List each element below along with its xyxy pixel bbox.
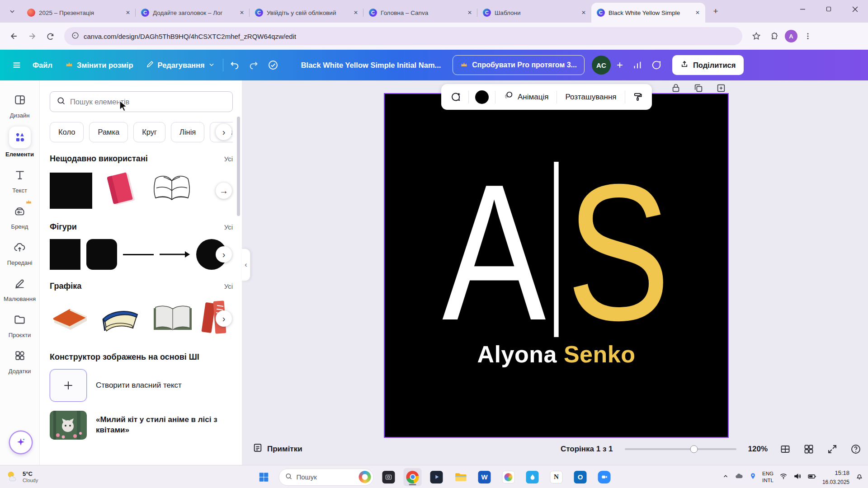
shapes-see-all-link[interactable]: Усі bbox=[224, 223, 233, 231]
browser-menu-icon[interactable] bbox=[800, 28, 816, 44]
browser-tab-templates[interactable]: C Шаблони ✕ bbox=[477, 4, 591, 21]
background-color-swatch[interactable] bbox=[472, 88, 492, 106]
graphics-see-all-link[interactable]: Усі bbox=[224, 282, 233, 290]
try-pro-button[interactable]: Спробувати Pro протягом 3... bbox=[453, 55, 585, 75]
chip-frame[interactable]: Рамка bbox=[89, 122, 128, 142]
element-search[interactable] bbox=[50, 91, 233, 112]
sidebar-item-apps[interactable]: Додатки bbox=[1, 346, 39, 375]
battery-icon[interactable] bbox=[807, 472, 816, 483]
window-close-button[interactable] bbox=[842, 0, 868, 18]
taskbar-app-paint3d-icon[interactable] bbox=[524, 468, 542, 486]
chip-circle[interactable]: Коло bbox=[50, 122, 84, 142]
lock-page-icon[interactable] bbox=[670, 82, 682, 94]
browser-tab-presentation[interactable]: 2025 – Презентація ✕ bbox=[22, 4, 136, 21]
logo-letter-s[interactable]: S bbox=[566, 155, 670, 349]
recent-see-all-link[interactable]: Усі bbox=[224, 155, 233, 163]
canva-assistant-button[interactable] bbox=[10, 432, 32, 453]
position-button[interactable]: Розташування bbox=[560, 88, 622, 106]
logo-divider-bar[interactable] bbox=[554, 162, 558, 337]
extensions-icon[interactable] bbox=[767, 28, 782, 44]
main-menu-icon[interactable] bbox=[7, 55, 26, 75]
taskbar-app-chrome-icon[interactable] bbox=[404, 468, 422, 486]
browser-tab-active-design[interactable]: C Black White Yellow Simple ✕ bbox=[591, 3, 705, 23]
reload-icon[interactable] bbox=[42, 28, 58, 44]
graphics-scroll-right-icon[interactable]: › bbox=[216, 310, 232, 327]
panel-scrollbar[interactable] bbox=[237, 117, 240, 216]
zoom-slider-knob[interactable] bbox=[690, 446, 698, 453]
back-icon[interactable] bbox=[6, 28, 22, 44]
user-avatar[interactable]: AC bbox=[592, 56, 611, 75]
sidebar-item-uploads[interactable]: Передані bbox=[1, 238, 39, 266]
search-highlights-icon[interactable] bbox=[359, 471, 371, 483]
taskbar-app-media-icon[interactable] bbox=[428, 468, 446, 486]
create-own-text-tile[interactable] bbox=[50, 369, 87, 402]
redo-icon[interactable] bbox=[244, 55, 263, 75]
search-input[interactable] bbox=[70, 98, 226, 106]
graphic-orange-book[interactable] bbox=[50, 298, 91, 339]
taskbar-app-paint-icon[interactable] bbox=[500, 468, 518, 486]
design-page[interactable]: A S Alyona Senko bbox=[385, 94, 728, 437]
taskbar-weather-widget[interactable]: 5°C Cloudy bbox=[5, 465, 38, 488]
bookmark-star-icon[interactable] bbox=[749, 28, 764, 44]
taskbar-app-file-explorer-icon[interactable] bbox=[452, 468, 470, 486]
shape-square[interactable] bbox=[50, 239, 80, 270]
editing-mode-menu[interactable]: Редагування bbox=[140, 55, 221, 75]
browser-tab-home[interactable]: C Головна – Canva ✕ bbox=[363, 4, 477, 21]
fullscreen-icon[interactable] bbox=[826, 443, 838, 455]
share-button[interactable]: Поділитися bbox=[672, 55, 744, 75]
start-button[interactable] bbox=[255, 468, 273, 486]
animate-button[interactable]: Анімація bbox=[498, 88, 554, 106]
taskbar-app-word-icon[interactable]: W bbox=[476, 468, 494, 486]
graphic-open-book[interactable] bbox=[150, 298, 195, 339]
saved-cloud-icon[interactable] bbox=[263, 55, 283, 75]
taskbar-clock[interactable]: 15:18 16.03.2025 bbox=[822, 468, 849, 486]
wifi-icon[interactable] bbox=[779, 472, 788, 482]
notifications-bell-icon[interactable] bbox=[855, 472, 863, 482]
undo-icon[interactable] bbox=[225, 55, 244, 75]
browser-profile-avatar[interactable]: A bbox=[785, 30, 797, 42]
browser-tab-login[interactable]: C Увійдіть у свій обліковий ✕ bbox=[250, 4, 363, 21]
file-menu[interactable]: Файл bbox=[26, 55, 59, 75]
insights-icon[interactable] bbox=[628, 55, 647, 75]
invite-member-icon[interactable] bbox=[612, 55, 628, 75]
browser-tab-logo[interactable]: C Додайте заголовок – Лог ✕ bbox=[136, 4, 250, 21]
language-indicator[interactable]: ENGINTL bbox=[762, 470, 774, 483]
graphic-blue-book[interactable] bbox=[97, 298, 145, 339]
site-info-icon[interactable] bbox=[71, 32, 79, 41]
window-maximize-button[interactable] bbox=[816, 0, 842, 18]
chip-line[interactable]: Лінія bbox=[171, 122, 204, 142]
taskbar-search-box[interactable]: Пошук bbox=[279, 469, 374, 486]
recent-open-book[interactable] bbox=[150, 172, 193, 210]
add-page-icon[interactable] bbox=[715, 82, 727, 94]
tray-chevron-up-icon[interactable] bbox=[722, 473, 729, 481]
shape-line[interactable] bbox=[123, 239, 154, 270]
tray-onedrive-icon[interactable] bbox=[735, 472, 744, 483]
chip-round[interactable]: Круг bbox=[133, 122, 165, 142]
ai-cat-thumbnail[interactable] bbox=[50, 411, 87, 440]
page-indicator[interactable]: Сторінка 1 з 1 bbox=[561, 445, 613, 454]
taskbar-app-zoom-icon[interactable] bbox=[595, 468, 613, 486]
sidebar-item-projects[interactable]: Проєкти bbox=[1, 310, 39, 338]
new-tab-button[interactable]: + bbox=[709, 5, 722, 18]
grid-view-icon[interactable] bbox=[779, 443, 791, 455]
logo-letter-a[interactable]: A bbox=[442, 155, 546, 349]
shape-arrow[interactable] bbox=[160, 239, 190, 270]
add-comment-icon[interactable] bbox=[446, 88, 466, 106]
tab-search-icon[interactable] bbox=[5, 5, 19, 18]
shapes-scroll-right-icon[interactable]: › bbox=[216, 246, 232, 263]
sidebar-item-brand[interactable]: Бренд bbox=[1, 202, 39, 230]
window-minimize-button[interactable] bbox=[789, 0, 816, 18]
chips-scroll-right-icon[interactable]: › bbox=[216, 124, 232, 140]
tab-close-icon[interactable]: ✕ bbox=[124, 9, 132, 17]
resize-menu[interactable]: Змінити розмір bbox=[59, 55, 140, 75]
taskbar-app-photos-icon[interactable] bbox=[380, 468, 398, 486]
sidebar-item-text[interactable]: Текст bbox=[1, 165, 39, 194]
taskbar-app-office-icon[interactable]: O bbox=[571, 468, 590, 486]
tab-close-icon[interactable]: ✕ bbox=[466, 9, 474, 17]
sidebar-item-design[interactable]: Дизайн bbox=[1, 90, 39, 119]
address-bar[interactable]: canva.com/design/DAGh5ThB9HQ/4hCSXTC2mhe… bbox=[64, 27, 742, 45]
tab-close-icon[interactable]: ✕ bbox=[580, 9, 588, 17]
volume-icon[interactable] bbox=[793, 472, 802, 482]
shape-rounded-square[interactable] bbox=[86, 239, 117, 270]
ai-prompt-row[interactable]: «Милий кіт у стилі аніме в лісі з квітам… bbox=[50, 411, 233, 440]
